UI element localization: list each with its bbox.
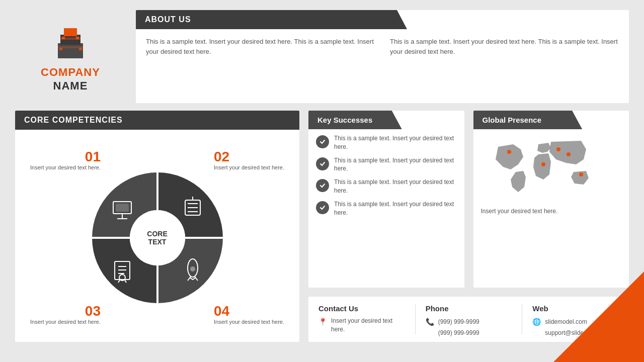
core-center-text: CORETEXT — [130, 210, 185, 265]
company-logo-area: COMPANY NAME — [15, 10, 126, 103]
key-icon-1 — [316, 135, 329, 148]
key-item-1: This is a sample text. Insert your desir… — [316, 134, 457, 151]
world-map — [481, 134, 622, 205]
checkmark-icon-1 — [319, 138, 326, 145]
svg-rect-6 — [76, 37, 79, 39]
phone-icon: 📞 — [426, 317, 434, 327]
phone-numbers: (999) 999-9999 (999) 999-9999 — [438, 317, 479, 338]
checkmark-icon-3 — [319, 182, 326, 189]
phone-title: Phone — [426, 304, 512, 313]
key-text-4: This is a sample text. Insert your desir… — [334, 200, 457, 217]
company-name-line1: COMPANY — [41, 66, 100, 78]
core-text-4: Insert your desired text here. — [214, 319, 284, 325]
svg-rect-0 — [58, 43, 83, 58]
svg-point-34 — [556, 147, 560, 151]
core-competencies-panel: CORE COMPETENCIES 01 Insert your desired… — [15, 111, 299, 342]
about-us-header: ABOUT US — [136, 10, 407, 29]
phone-section: Phone 📞 (999) 999-9999 (999) 999-9999 — [426, 304, 512, 334]
phone-1: (999) 999-9999 — [438, 317, 479, 328]
location-icon: 📍 — [318, 317, 327, 327]
middle-row: Key Successes This is a sample text. Ins… — [308, 111, 629, 288]
svg-point-36 — [579, 172, 583, 176]
contact-us-section: Contact Us 📍 Insert your desired text he… — [318, 304, 405, 334]
divider-2 — [522, 304, 522, 334]
key-item-4: This is a sample text. Insert your desir… — [316, 200, 457, 217]
slide: COMPANY NAME ABOUT US This is a sample t… — [0, 0, 644, 362]
svg-point-35 — [567, 152, 571, 156]
about-us-text-left: This is a sample text. Insert your desir… — [146, 37, 375, 56]
checkmark-icon-4 — [319, 204, 326, 211]
contact-title: Contact Us — [318, 304, 405, 313]
about-us-text-right: This is a sample text. Insert your desir… — [390, 37, 619, 56]
svg-rect-2 — [64, 28, 77, 36]
key-item-2: This is a sample text. Insert your desir… — [316, 156, 457, 173]
bottom-section: CORE COMPETENCIES 01 Insert your desired… — [0, 111, 644, 352]
key-text-1: This is a sample text. Insert your desir… — [334, 134, 457, 151]
company-name-line2: NAME — [41, 79, 100, 93]
phone-contact: 📞 (999) 999-9999 (999) 999-9999 — [426, 317, 512, 338]
core-content: 01 Insert your desired text here. 02 Ins… — [15, 130, 299, 342]
core-num-1: 01 — [30, 150, 101, 164]
core-num-2: 02 — [214, 150, 284, 164]
divider-1 — [415, 304, 416, 334]
svg-point-30 — [191, 267, 195, 271]
svg-point-37 — [541, 162, 545, 166]
key-icon-4 — [316, 201, 329, 214]
key-successes-content: This is a sample text. Insert your desir… — [308, 129, 464, 227]
global-content: Insert your desired text here. — [473, 129, 629, 221]
top-section: COMPANY NAME ABOUT US This is a sample t… — [0, 0, 644, 111]
contact-address-text: Insert your desired text here. — [331, 317, 405, 334]
key-icon-2 — [316, 157, 329, 170]
globe-icon: 🌐 — [532, 317, 541, 327]
pie-chart: CORETEXT — [82, 162, 233, 313]
svg-rect-14 — [116, 204, 128, 211]
core-text: CORETEXT — [147, 230, 167, 246]
svg-rect-7 — [59, 48, 62, 50]
contact-address: 📍 Insert your desired text here. — [318, 317, 405, 334]
world-map-svg — [488, 137, 614, 202]
svg-rect-8 — [79, 48, 82, 50]
core-header: CORE COMPETENCIES — [15, 111, 299, 130]
key-successes-header: Key Successes — [308, 111, 402, 129]
key-item-3: This is a sample text. Insert your desir… — [316, 178, 457, 195]
global-text: Insert your desired text here. — [481, 207, 558, 216]
key-text-3: This is a sample text. Insert your desir… — [334, 178, 457, 195]
about-us-panel: ABOUT US This is a sample text. Insert y… — [136, 10, 629, 103]
checkmark-icon-2 — [319, 160, 326, 167]
about-us-content: This is a sample text. Insert your desir… — [136, 29, 629, 64]
phone-2: (999) 999-9999 — [438, 328, 479, 339]
svg-rect-5 — [62, 37, 65, 39]
company-name: COMPANY NAME — [41, 66, 100, 93]
orange-corner-triangle — [553, 272, 644, 362]
building-icon — [50, 21, 91, 61]
key-icon-3 — [316, 179, 329, 192]
key-successes-panel: Key Successes This is a sample text. Ins… — [308, 111, 464, 288]
global-presence-panel: Global Presence — [473, 111, 629, 288]
global-header: Global Presence — [473, 111, 583, 129]
key-text-2: This is a sample text. Insert your desir… — [334, 156, 457, 173]
core-text-3: Insert your desired text here. — [30, 319, 101, 325]
